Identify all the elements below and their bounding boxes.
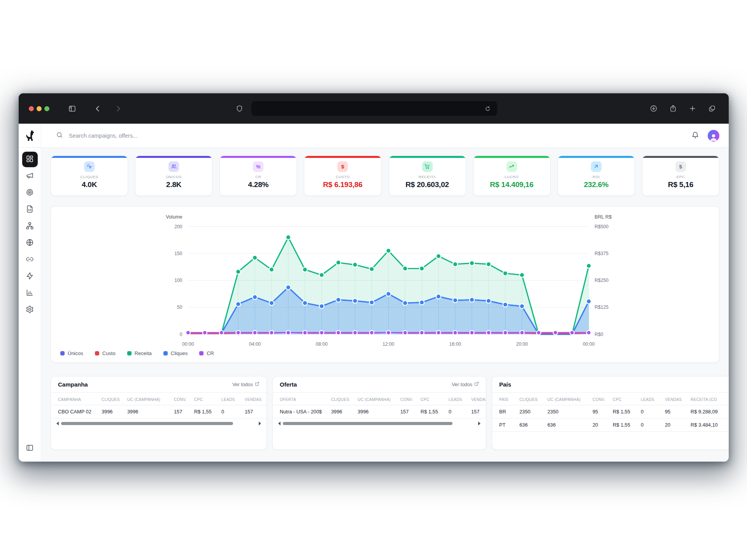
scroll-right-icon[interactable]: [478, 422, 480, 425]
table-cell: R$ 1,55: [613, 409, 638, 415]
svg-text:150: 150: [174, 251, 182, 256]
sidebar-item-4[interactable]: [22, 219, 38, 234]
share-icon[interactable]: [667, 103, 679, 114]
minimize-button[interactable]: [37, 106, 42, 111]
file-code-icon: [26, 205, 34, 215]
column-header: CPC: [194, 397, 218, 402]
kpi-card-2[interactable]: % CR 4.28%: [219, 156, 297, 196]
reload-icon[interactable]: [482, 103, 493, 114]
kpi-value: 2.8K: [166, 180, 181, 189]
legend-item-CR[interactable]: CR: [199, 350, 214, 356]
kpi-card-4[interactable]: RECEITA R$ 20.603,02: [389, 156, 466, 196]
url-bar[interactable]: [251, 101, 497, 116]
sidebar: [19, 148, 41, 462]
legend-item-Receita[interactable]: Receita: [127, 350, 152, 356]
dog-logo[interactable]: [19, 124, 41, 147]
svg-text:04:00: 04:00: [249, 342, 261, 347]
table-header-row: OFERTACLIQUESUC (CAMPANHA)CONV.CPCLEADSV…: [273, 393, 486, 405]
sidebar-item-3[interactable]: [22, 202, 38, 217]
kpi-card-1[interactable]: ÚNICOS 2.8K: [135, 156, 212, 196]
legend-swatch: [95, 351, 99, 355]
zoom-button[interactable]: [44, 106, 49, 111]
legend-item-Cliques[interactable]: Cliques: [163, 350, 188, 356]
app-header: [19, 124, 729, 148]
sidebar-item-7[interactable]: [22, 269, 38, 284]
table-cell: 2350: [519, 409, 544, 415]
table-cell: R$ 1,55: [613, 422, 638, 428]
table-title: Oferta: [280, 381, 297, 388]
shield-icon[interactable]: [233, 103, 245, 114]
svg-text:08:00: 08:00: [316, 342, 328, 347]
cart-icon: [422, 161, 433, 172]
legend-item-Custo[interactable]: Custo: [95, 350, 116, 356]
percent-icon: %: [253, 161, 263, 172]
kpi-value: 4.0K: [82, 180, 97, 189]
table-row[interactable]: PT63663620R$ 1,55020R$ 3.484,10: [492, 418, 729, 432]
kpi-label: ROI: [593, 175, 600, 179]
ver-todos-link[interactable]: Ver todos: [452, 382, 479, 387]
main-content: CLIQUES 4.0K ÚNICOS 2.8K % CR 4.28% $ CU…: [41, 148, 729, 462]
scroll-left-icon[interactable]: [56, 422, 59, 425]
scrollbar-track[interactable]: [61, 422, 256, 425]
table-row[interactable]: CBO CAMP 0239963996157R$ 1,550157R: [51, 405, 267, 418]
kpi-card-3[interactable]: $ CUSTO R$ 6.193,86: [304, 156, 381, 196]
column-header: VENDAS: [471, 397, 486, 402]
table-row[interactable]: BR2350235095R$ 1,55095R$ 9.288,09: [492, 405, 729, 418]
scrollbar-thumb[interactable]: [61, 422, 233, 425]
svg-text:12:00: 12:00: [382, 342, 395, 347]
download-icon[interactable]: [648, 103, 659, 114]
forward-icon[interactable]: [112, 103, 124, 114]
ver-todos-link[interactable]: Ver todos: [232, 382, 260, 387]
table-row[interactable]: Nutra - USA - 200$39963996157R$ 1,550157: [273, 405, 486, 418]
kpi-label: RECEITA: [419, 175, 436, 179]
horizontal-scrollbar[interactable]: [56, 421, 261, 426]
column-header: CLIQUES: [331, 397, 354, 402]
close-button[interactable]: [29, 106, 34, 111]
column-header: UC (CAMPANHA): [547, 397, 589, 402]
sidebar-item-2[interactable]: [22, 185, 38, 201]
kpi-card-6[interactable]: ROI 232.6%: [558, 156, 635, 196]
sidebar-item-5[interactable]: [22, 235, 38, 251]
horizontal-scrollbar[interactable]: [278, 421, 480, 426]
sidebar-item-0[interactable]: [22, 152, 38, 167]
tabs-icon[interactable]: [706, 103, 718, 114]
column-header: CONV.: [400, 397, 417, 402]
new-tab-icon[interactable]: [687, 103, 698, 114]
table-cell: 3996: [127, 409, 171, 415]
legend-swatch: [163, 351, 168, 355]
kpi-card-7[interactable]: $ EPC R$ 5,16: [642, 156, 719, 196]
legend-label: CR: [207, 350, 214, 356]
scrollbar-track[interactable]: [283, 422, 476, 425]
scrollbar-thumb[interactable]: [283, 422, 452, 425]
sidebar-item-1[interactable]: [22, 168, 38, 184]
column-header: CPC: [421, 397, 445, 402]
column-header: CONV.: [174, 397, 191, 402]
legend-item-Únicos[interactable]: Únicos: [60, 350, 83, 356]
tables-row: Campanha Ver todos CAMPANHACLIQUESUC (CA…: [51, 376, 719, 450]
column-header: VENDAS: [245, 397, 266, 402]
table-cell: 3996: [358, 409, 397, 415]
scroll-right-icon[interactable]: [259, 422, 261, 425]
sidebar-item-9[interactable]: [22, 302, 38, 318]
globe-icon: [26, 238, 34, 248]
kpi-card-5[interactable]: LUCRO R$ 14.409,16: [473, 156, 551, 196]
svg-text:R$0: R$0: [594, 332, 603, 337]
legend-label: Cliques: [171, 350, 188, 356]
sidebar-item-6[interactable]: [22, 252, 38, 268]
kpi-label: CR: [255, 175, 261, 179]
bell-icon[interactable]: [691, 131, 699, 140]
kpi-label: ÚNICOS: [166, 175, 182, 179]
sidebar-item-8[interactable]: [22, 285, 38, 301]
back-icon[interactable]: [92, 103, 103, 114]
kpi-accent: [473, 156, 550, 158]
search-input[interactable]: [68, 132, 231, 139]
sidebar-toggle-icon[interactable]: [66, 103, 78, 114]
table-card-0: Campanha Ver todos CAMPANHACLIQUESUC (CA…: [51, 376, 267, 450]
table-cell: 20: [665, 422, 687, 428]
sidebar-collapse-button[interactable]: [22, 441, 38, 456]
table-header-row: PAÍSCLIQUESUC (CAMPANHA)CONV.CPCLEADSVEN…: [492, 393, 729, 405]
kpi-card-0[interactable]: CLIQUES 4.0K: [51, 156, 128, 196]
scroll-left-icon[interactable]: [278, 422, 281, 425]
avatar[interactable]: [708, 130, 719, 142]
table-cell: 20: [593, 422, 610, 428]
